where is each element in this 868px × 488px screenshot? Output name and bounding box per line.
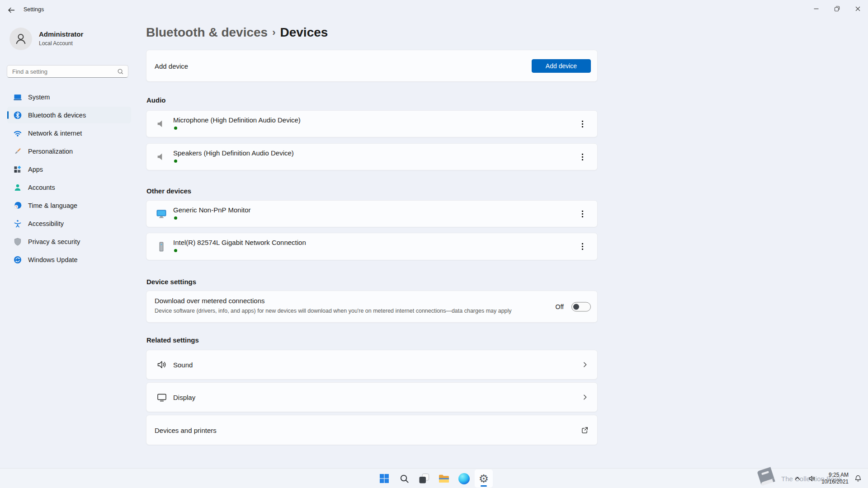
device-name: Microphone (High Definition Audio Device… [173, 116, 301, 124]
windows-update-icon [13, 255, 22, 264]
privacy-security-icon [13, 237, 22, 246]
metered-toggle[interactable] [571, 302, 591, 311]
sidebar-item-bluetooth-devices[interactable]: Bluetooth & devices [7, 107, 131, 123]
related-row-devices-and-printers[interactable]: Devices and printers [146, 415, 598, 445]
tray-chevron-up-icon[interactable] [793, 474, 802, 483]
back-button[interactable] [4, 3, 18, 17]
chevron-right-icon [582, 361, 588, 368]
status-dot [174, 160, 177, 163]
titlebar: Settings [0, 0, 868, 20]
task-view-icon [419, 473, 429, 484]
related-label: Devices and printers [155, 426, 217, 434]
clock[interactable]: 9:25 AM 10/16/2021 [821, 472, 849, 485]
profile-account-type: Local Account [39, 40, 73, 47]
related-row-sound[interactable]: Sound [146, 350, 598, 380]
search-icon [117, 68, 124, 75]
status-dot [174, 249, 177, 252]
sidebar-item-network-internet[interactable]: Network & internet [7, 125, 131, 141]
sidebar-item-apps[interactable]: Apps [7, 161, 131, 178]
related-settings-section-title: Related settings [146, 336, 199, 344]
sidebar-nav: System Bluetooth & devices Network & int… [0, 89, 138, 269]
edge-browser-button[interactable] [455, 469, 473, 488]
personalization-icon [13, 147, 22, 156]
search-box [7, 65, 128, 78]
minimize-button[interactable] [806, 0, 826, 17]
window-title: Settings [24, 6, 44, 13]
edge-icon [458, 473, 470, 484]
avatar[interactable] [9, 28, 32, 50]
display-icon [156, 392, 167, 403]
system-tray: 9:25 AM 10/16/2021 [793, 469, 863, 488]
back-arrow-icon [7, 6, 15, 14]
gear-icon: ⚙ [479, 473, 489, 484]
accessibility-icon [13, 219, 22, 228]
time-language-icon [13, 201, 22, 210]
speaker-device-icon [156, 152, 166, 162]
chevron-right-icon [582, 394, 588, 400]
metered-connections-card: Download over metered connections Device… [146, 291, 598, 323]
device-row-microphone: Microphone (High Definition Audio Device… [146, 110, 598, 137]
toggle-state-label: Off [556, 303, 564, 310]
restore-button[interactable] [826, 0, 847, 17]
start-button[interactable] [375, 469, 393, 488]
windows-start-icon [379, 473, 390, 484]
more-options-button[interactable] [578, 209, 586, 219]
page-title: Devices [280, 25, 328, 39]
breadcrumb-parent[interactable]: Bluetooth & devices [146, 25, 268, 39]
profile-name: Administrator [39, 30, 83, 38]
device-name: Intel(R) 82574L Gigabit Network Connecti… [173, 239, 306, 246]
notification-bell-icon[interactable] [853, 473, 863, 484]
close-icon [854, 5, 861, 12]
network-adapter-icon [156, 241, 167, 252]
external-link-icon [581, 427, 588, 433]
sidebar-item-windows-update[interactable]: Windows Update [7, 251, 131, 268]
sound-icon [156, 359, 167, 370]
related-row-display[interactable]: Display [146, 382, 598, 412]
more-options-button[interactable] [578, 119, 586, 129]
sidebar-item-system[interactable]: System [7, 89, 131, 105]
metered-description: Device software (drivers, info, and apps… [155, 308, 512, 314]
breadcrumb-separator: › [268, 27, 280, 38]
bluetooth-icon [13, 111, 22, 120]
tray-time: 9:25 AM [821, 472, 849, 479]
toggle-knob [573, 304, 579, 310]
add-device-card: Add device Add device [146, 50, 598, 82]
sidebar-item-time-language[interactable]: Time & language [7, 197, 131, 214]
file-explorer-icon [438, 473, 450, 484]
search-taskbar-button[interactable] [395, 469, 413, 488]
network-icon [13, 129, 22, 138]
accounts-icon [13, 183, 22, 192]
sidebar-item-accessibility[interactable]: Accessibility [7, 215, 131, 232]
search-icon [399, 474, 410, 484]
device-row-network-adapter: Intel(R) 82574L Gigabit Network Connecti… [146, 233, 598, 260]
tray-volume-icon[interactable] [807, 473, 817, 484]
taskbar: The Collection Book ⚙ [0, 468, 868, 488]
minimize-icon [813, 5, 820, 12]
device-row-monitor: Generic Non-PnP Monitor [146, 200, 598, 227]
more-options-button[interactable] [578, 242, 586, 252]
close-button[interactable] [847, 0, 868, 17]
monitor-device-icon [156, 208, 167, 219]
task-view-button[interactable] [415, 469, 433, 488]
system-icon [13, 93, 22, 102]
device-settings-section-title: Device settings [146, 278, 196, 286]
other-devices-section-title: Other devices [146, 187, 191, 195]
tray-date: 10/16/2021 [821, 479, 849, 485]
sidebar: Administrator Local Account System Bluet… [0, 20, 138, 488]
apps-icon [13, 165, 22, 174]
audio-section-title: Audio [146, 96, 166, 104]
sidebar-item-accounts[interactable]: Accounts [7, 179, 131, 196]
file-explorer-button[interactable] [435, 469, 453, 488]
taskbar-icons: ⚙ [375, 469, 493, 488]
settings-taskbar-button[interactable]: ⚙ [475, 469, 493, 488]
sidebar-item-personalization[interactable]: Personalization [7, 143, 131, 160]
sidebar-item-privacy-security[interactable]: Privacy & security [7, 233, 131, 250]
main-content: Bluetooth & devices›Devices Add device A… [146, 20, 598, 488]
metered-title: Download over metered connections [155, 297, 264, 305]
add-device-button[interactable]: Add device [532, 59, 591, 73]
device-row-speakers: Speakers (High Definition Audio Device) [146, 143, 598, 170]
speaker-device-icon [156, 119, 166, 129]
breadcrumb: Bluetooth & devices›Devices [146, 25, 328, 40]
more-options-button[interactable] [578, 152, 586, 162]
search-input[interactable] [12, 66, 114, 77]
